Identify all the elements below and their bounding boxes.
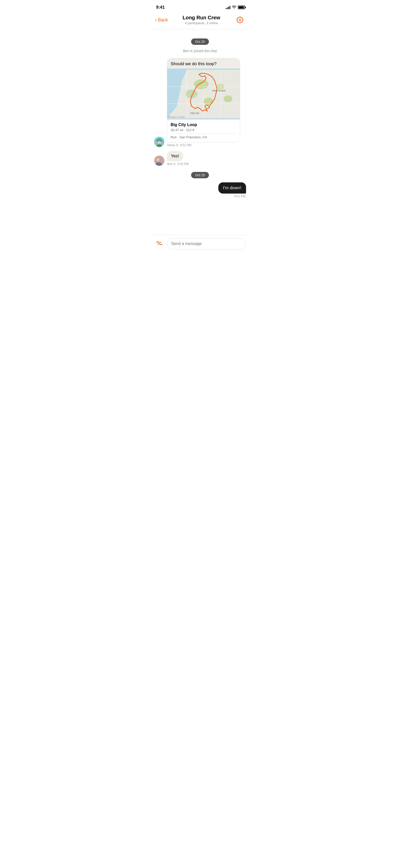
msg-content-marta: Should we do this loop? (167, 58, 240, 147)
svg-point-24 (157, 158, 160, 161)
svg-text:© Mapbox © OpenStr...: © Mapbox © OpenStr... (168, 116, 186, 118)
ben-bubble: Yes! (167, 151, 183, 161)
status-time: 9:41 (156, 5, 165, 10)
own-message-row: I'm down! 9:01 PM (154, 182, 246, 198)
date-badge-1-text: Oct 25 (191, 38, 209, 45)
bottom-bar (150, 235, 250, 257)
back-button[interactable]: ‹ Back (155, 17, 168, 23)
date-badge-2-text: Oct 25 (191, 172, 209, 178)
route-map[interactable]: Silver Terrace Daly City © Mapbox © Open… (167, 68, 240, 120)
signal-icon (226, 6, 230, 9)
own-meta: 9:01 PM (234, 194, 246, 198)
message-row-ben: Yes! Ben K 8:55 PM (154, 151, 246, 166)
nav-header: ‹ Back Long Run Crew 4 participants, 3 o… (150, 13, 250, 29)
msg-meta-marta: Marta G 8:52 PM (167, 144, 240, 147)
group-subtitle: 4 participants, 3 online (168, 21, 235, 25)
message-row-marta: Should we do this loop? (154, 58, 246, 147)
route-card[interactable]: Should we do this loop? (167, 58, 240, 143)
message-input[interactable] (167, 238, 246, 249)
svg-point-22 (167, 116, 169, 118)
svg-point-27 (156, 242, 157, 243)
route-info: Big City Loop 20.47 mi · 212 ft Run · Sa… (167, 120, 240, 142)
svg-point-4 (158, 141, 161, 145)
chat-area: Oct 25 Ben K joined the chat Should we d… (150, 29, 250, 235)
settings-button[interactable] (235, 15, 245, 25)
msg-meta-ben: Ben K 8:55 PM (167, 162, 189, 166)
group-title: Long Run Crew (168, 15, 235, 21)
svg-point-0 (239, 19, 241, 21)
system-message: Ben K joined the chat (154, 49, 246, 53)
battery-icon (238, 6, 245, 9)
route-name: Big City Loop (171, 123, 237, 127)
status-bar: 9:41 (150, 0, 250, 13)
avatar-ben (154, 156, 164, 166)
own-bubble: I'm down! (218, 182, 246, 193)
svg-text:Daly City: Daly City (190, 112, 199, 114)
date-badge-1: Oct 25 (154, 38, 246, 45)
route-share-icon (155, 240, 163, 248)
route-icon-button[interactable] (154, 239, 164, 249)
back-chevron-icon: ‹ (155, 17, 157, 23)
gear-icon (236, 16, 243, 24)
svg-point-25 (159, 159, 162, 161)
back-label: Back (158, 17, 168, 23)
msg-time-marta: 8:52 PM (180, 144, 192, 147)
route-details: 20.47 mi · 212 ft (171, 128, 237, 132)
header-center: Long Run Crew 4 participants, 3 online (168, 15, 235, 25)
msg-content-ben: Yes! Ben K 8:55 PM (167, 151, 189, 166)
svg-text:Silver Terrace: Silver Terrace (212, 89, 226, 92)
msg-sender-ben: Ben K (167, 162, 176, 166)
avatar-marta (154, 137, 164, 147)
msg-time-ben: 8:55 PM (177, 162, 189, 166)
svg-point-28 (161, 244, 162, 245)
route-type: Run · San Francisco, CA (171, 135, 237, 139)
svg-point-13 (224, 95, 232, 102)
wifi-icon (232, 6, 236, 9)
date-badge-2: Oct 25 (154, 172, 246, 178)
msg-sender-marta: Marta G (167, 144, 178, 147)
route-card-text: Should we do this loop? (167, 58, 240, 68)
status-icons (226, 6, 245, 9)
